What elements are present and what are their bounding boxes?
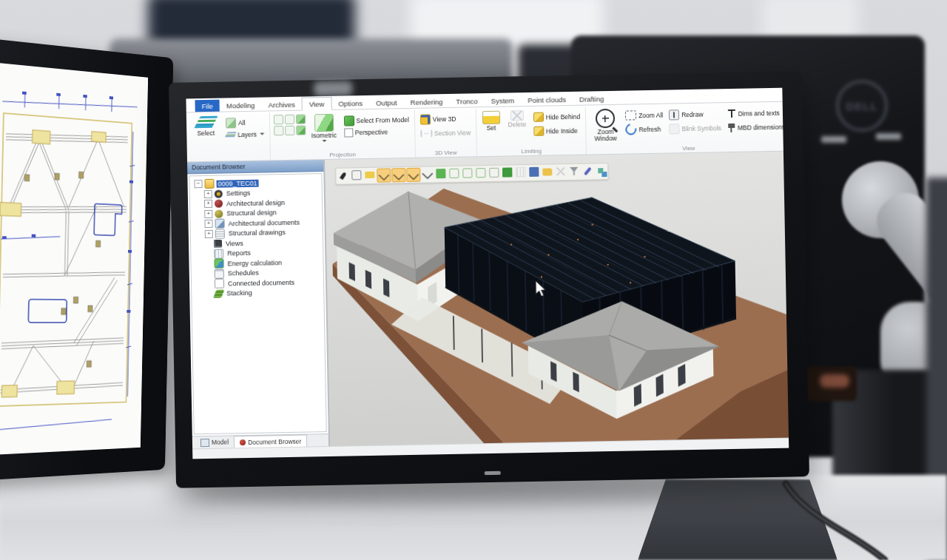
select-from-model-button[interactable]: Select From Model xyxy=(342,114,411,126)
solid-model-cube-icon[interactable] xyxy=(434,167,447,180)
view-cube-icon[interactable] xyxy=(295,115,305,124)
isometric-cube-icon xyxy=(314,114,333,132)
panel-title: Document Browser xyxy=(187,160,323,174)
t-ball-olive-icon xyxy=(215,209,223,217)
tab-drafting[interactable]: Drafting xyxy=(573,92,611,105)
expand-toggle[interactable]: − xyxy=(194,180,202,188)
measure-radius-icon[interactable] xyxy=(406,168,420,182)
hide-behind-button[interactable]: Hide Behind xyxy=(532,111,582,123)
vent-slot xyxy=(821,136,846,143)
view-3d-button[interactable]: View 3D xyxy=(419,112,472,124)
pen-icon[interactable] xyxy=(581,164,593,177)
vent-slot xyxy=(876,133,901,140)
t-schedule-icon xyxy=(215,269,224,278)
model-viewport[interactable] xyxy=(325,152,789,446)
cable xyxy=(740,473,947,560)
t-stack-icon xyxy=(213,289,224,297)
select-button-label: Select xyxy=(197,130,215,137)
select-region-icon[interactable] xyxy=(350,169,363,181)
measure-distance-icon[interactable] xyxy=(377,168,391,182)
document-tree: −0009_TEC01+Settings+Architectural desig… xyxy=(189,173,326,434)
snap-measure-icon[interactable] xyxy=(421,167,434,180)
ribbon-group-limiting: Set Delete Hide Behind xyxy=(476,107,587,157)
mbd-dimensions-button[interactable]: MBD dimensions xyxy=(726,121,787,134)
expand-toggle[interactable]: + xyxy=(204,220,212,228)
pin-icon[interactable] xyxy=(337,169,349,181)
redraw-icon xyxy=(669,109,679,120)
hide-inside-button[interactable]: Hide Inside xyxy=(532,125,582,137)
section-view-button[interactable]: Section View xyxy=(419,126,472,138)
view-cube-icon[interactable] xyxy=(285,126,294,135)
tab-point-clouds[interactable]: Point clouds xyxy=(521,93,573,106)
tab-output[interactable]: Output xyxy=(369,96,404,109)
tab-file[interactable]: File xyxy=(195,100,220,112)
tab-rendering[interactable]: Rendering xyxy=(403,95,449,108)
view-cube-icon[interactable] xyxy=(296,126,306,135)
t-doc-lines-icon xyxy=(215,229,225,238)
t-doc-plain-icon xyxy=(215,279,224,289)
wire-cube-icon[interactable] xyxy=(448,167,460,180)
tab-archives[interactable]: Archives xyxy=(261,98,302,111)
expand-toggle[interactable]: + xyxy=(204,210,212,218)
expand-toggle[interactable]: + xyxy=(204,190,212,198)
cube-export-icon[interactable] xyxy=(501,166,513,178)
folder-icon xyxy=(204,179,214,189)
perspective-checkbox[interactable]: Perspective xyxy=(343,126,411,138)
delete-limit-button[interactable]: Delete xyxy=(505,109,530,148)
ruler-icon[interactable] xyxy=(363,169,376,181)
hand xyxy=(820,374,849,388)
refresh-icon xyxy=(624,122,639,138)
t-report-icon xyxy=(214,249,223,258)
filter-icon[interactable] xyxy=(567,165,580,178)
panel-tab-model[interactable]: Model xyxy=(195,436,234,448)
tab-view[interactable]: View xyxy=(302,97,332,111)
select-button[interactable]: Select xyxy=(190,115,222,154)
ribbon-group-select: Select All Layers xyxy=(186,112,271,161)
ribbon-group-view: Zoom Window Zoom All Refresh xyxy=(586,103,789,154)
layers-icon xyxy=(225,132,237,138)
tab-tronco[interactable]: Tronco xyxy=(449,95,485,107)
set-limit-button[interactable]: Set xyxy=(480,109,503,149)
wire-cube-2-icon[interactable] xyxy=(461,166,474,179)
print-icon[interactable] xyxy=(528,166,540,178)
tree-item-stacking[interactable]: Stacking xyxy=(196,287,322,300)
isometric-button[interactable]: Isometric xyxy=(308,112,340,152)
wire-cube-4-icon[interactable] xyxy=(488,166,500,179)
view-cube-icon[interactable] xyxy=(273,115,283,124)
tab-options[interactable]: Options xyxy=(331,97,369,109)
refresh-button[interactable]: Refresh xyxy=(624,124,664,135)
layers-button[interactable]: Layers xyxy=(224,129,266,141)
perspective-checkbox-box xyxy=(344,128,353,137)
wire-cube-3-icon[interactable] xyxy=(474,166,487,179)
dell-logo-text: DELL xyxy=(846,100,877,112)
open-folder-icon[interactable] xyxy=(541,165,553,178)
truss-drawing xyxy=(0,63,148,455)
tab-system[interactable]: System xyxy=(484,94,521,107)
tab-modeling[interactable]: Modeling xyxy=(220,99,262,112)
redraw-button[interactable]: Redraw xyxy=(667,108,723,120)
office-scene: DELL xyxy=(0,0,947,560)
mbd-dimensions-icon xyxy=(727,123,735,132)
all-button[interactable]: All xyxy=(224,117,266,129)
select-layers-icon xyxy=(193,116,218,130)
share-link-icon[interactable] xyxy=(594,164,607,177)
all-cube-icon xyxy=(226,118,236,128)
blink-symbols-button[interactable]: Blink Symbols xyxy=(667,122,723,134)
dims-and-texts-button[interactable]: Dims and texts xyxy=(725,107,786,120)
zoom-all-button[interactable]: Zoom All xyxy=(624,109,664,121)
main-monitor-screen: FileModelingArchivesViewOptionsOutputRen… xyxy=(186,88,789,459)
hide-behind-icon xyxy=(533,112,544,122)
view-cube-icon[interactable] xyxy=(284,115,294,124)
t-energy-icon xyxy=(214,259,223,269)
view-cube-icon[interactable] xyxy=(274,126,283,135)
expand-toggle[interactable]: + xyxy=(205,230,213,238)
cad-app-window: FileModelingArchivesViewOptionsOutputRen… xyxy=(186,88,789,459)
grid-table-icon[interactable] xyxy=(514,166,527,178)
delete-icon[interactable] xyxy=(554,165,567,178)
measure-angle-icon[interactable] xyxy=(391,168,405,182)
delete-limit-icon xyxy=(510,110,524,121)
projection-views-grid xyxy=(273,113,306,152)
panel-tab-document-browser[interactable]: Document Browser xyxy=(234,435,308,448)
expand-toggle[interactable]: + xyxy=(204,200,212,208)
zoom-window-button[interactable]: Zoom Window xyxy=(590,107,621,146)
